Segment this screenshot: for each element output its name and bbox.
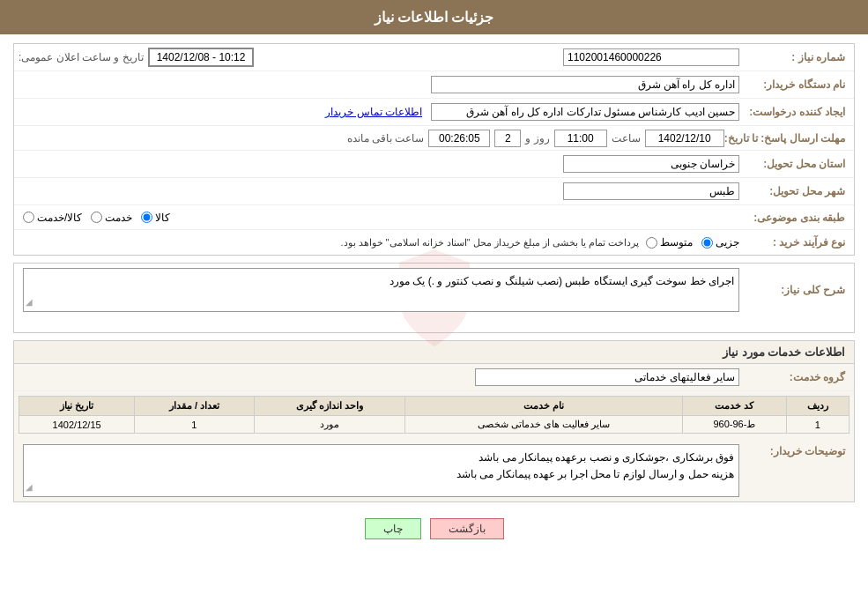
service-group-value: سایر فعالیتهای خدماتی bbox=[475, 368, 739, 386]
buyer-notes-value: فوق برشکاری ،جوشکاری و نصب برعهده پیمانک… bbox=[23, 444, 739, 497]
general-desc-label: شرح کلی نیاز: bbox=[744, 284, 849, 296]
city-value-container: طبس bbox=[19, 181, 744, 202]
category-option-service[interactable]: خدمت bbox=[91, 212, 132, 224]
row-buyer-notes: توضیحات خریدار: فوق برشکاری ،جوشکاری و ن… bbox=[14, 438, 854, 501]
row-category: طبقه بندی موضوعی: کالا/خدمت خدمت کالا bbox=[14, 205, 854, 230]
row-province: استان محل تحویل: خراسان جنوبی bbox=[14, 151, 854, 178]
city-label: شهر محل تحویل: bbox=[744, 185, 849, 197]
deadline-remain-value: 00:26:05 bbox=[428, 130, 490, 147]
process-radio-medium[interactable] bbox=[646, 237, 657, 249]
category-option-goods[interactable]: کالا bbox=[141, 212, 170, 224]
process-label-medium: متوسط bbox=[660, 236, 693, 249]
page-title: جزئیات اطلاعات نیاز bbox=[375, 10, 494, 25]
button-row: بازگشت چاپ bbox=[13, 509, 855, 548]
province-label: استان محل تحویل: bbox=[744, 158, 849, 170]
table-cell-date: 1402/12/15 bbox=[19, 416, 135, 434]
col-header-row: ردیف bbox=[786, 397, 849, 416]
need-number-label: شماره نیاز : bbox=[744, 51, 849, 63]
category-label-service: خدمت bbox=[105, 212, 132, 224]
process-option-minor[interactable]: جزیی bbox=[701, 236, 739, 249]
print-button[interactable]: چاپ bbox=[365, 518, 421, 539]
announce-date-value: 1402/12/08 - 10:12 bbox=[148, 48, 255, 67]
city-value: طبس bbox=[563, 182, 739, 200]
category-label: طبقه بندی موضوعی: bbox=[744, 212, 849, 224]
need-number-value-container: 1102001460000226 bbox=[377, 47, 745, 68]
creator-value: حسین ادیب کارشناس مسئول تدارکات اداره کل… bbox=[431, 103, 739, 121]
creator-value-container: حسین ادیب کارشناس مسئول تدارکات اداره کل… bbox=[19, 101, 744, 123]
page-header: جزئیات اطلاعات نیاز bbox=[0, 0, 868, 34]
notes-resize-handle: ◢ bbox=[26, 480, 33, 494]
deadline-days-label: روز و bbox=[525, 132, 549, 145]
back-button[interactable]: بازگشت bbox=[430, 518, 504, 539]
category-label-goods-service: کالا/خدمت bbox=[37, 212, 82, 224]
row-creator: ایجاد کننده درخواست: حسین ادیب کارشناس م… bbox=[14, 99, 854, 126]
province-value: خراسان جنوبی bbox=[563, 155, 739, 173]
general-desc-value: اجرای خط سوخت گیری ایستگاه طبس (نصب شیلن… bbox=[23, 268, 739, 312]
col-header-name: نام خدمت bbox=[405, 397, 683, 416]
category-radio-goods[interactable] bbox=[141, 212, 152, 223]
services-table: ردیف کد خدمت نام خدمت واحد اندازه گیری ت… bbox=[19, 396, 849, 434]
table-container: ردیف کد خدمت نام خدمت واحد اندازه گیری ت… bbox=[14, 391, 854, 438]
resize-handle: ◢ bbox=[26, 295, 33, 309]
table-cell-name: سایر فعالیت های خدماتی شخصی bbox=[405, 416, 683, 434]
creator-label: ایجاد کننده درخواست: bbox=[744, 106, 849, 118]
content-area: شماره نیاز : 1102001460000226 1402/12/08… bbox=[0, 34, 868, 557]
service-group-value-container: سایر فعالیتهای خدماتی bbox=[19, 367, 744, 388]
deadline-label: مهلت ارسال پاسخ: تا تاریخ: bbox=[724, 132, 849, 145]
process-label-minor: جزیی bbox=[716, 236, 739, 249]
announce-date-container: 1402/12/08 - 10:12 تاریخ و ساعت اعلان عم… bbox=[19, 48, 377, 67]
table-cell-code: ط-96-960 bbox=[683, 416, 787, 434]
col-header-unit: واحد اندازه گیری bbox=[254, 397, 405, 416]
process-radio-minor[interactable] bbox=[701, 237, 713, 249]
col-header-qty: تعداد / مقدار bbox=[135, 397, 254, 416]
process-radio-group: متوسط جزیی bbox=[646, 236, 739, 249]
announce-label: تاریخ و ساعت اعلان عمومی: bbox=[19, 51, 144, 63]
process-note: پرداخت تمام یا بخشی از مبلغ خریداز محل "… bbox=[340, 237, 639, 249]
deadline-time-label: ساعت bbox=[612, 132, 641, 145]
table-cell-row: 1 bbox=[786, 416, 849, 434]
contact-link[interactable]: اطلاعات تماس خریدار bbox=[325, 106, 422, 118]
table-cell-unit: مورد bbox=[254, 416, 405, 434]
general-desc-text: اجرای خط سوخت گیری ایستگاه طبس (نصب شیلن… bbox=[389, 275, 734, 287]
buyer-org-value: اداره کل راه آهن شرق bbox=[431, 76, 739, 93]
services-section: اطلاعات خدمات مورد نیاز گروه خدمت: سایر … bbox=[13, 340, 855, 502]
process-container: متوسط جزیی پرداخت تمام یا بخشی از مبلغ خ… bbox=[19, 234, 744, 250]
col-header-code: کد خدمت bbox=[683, 397, 787, 416]
table-row: 1ط-96-960سایر فعالیت های خدماتی شخصیمورد… bbox=[19, 416, 849, 434]
category-radio-group: کالا/خدمت خدمت کالا bbox=[19, 210, 744, 226]
buyer-notes-line2: هزینه حمل و ارسال لوازم تا محل اجرا بر ع… bbox=[28, 466, 734, 483]
deadline-time-value: 11:00 bbox=[554, 130, 607, 147]
row-city: شهر محل تحویل: طبس bbox=[14, 178, 854, 205]
row-deadline: مهلت ارسال پاسخ: تا تاریخ: 1402/12/10 سا… bbox=[14, 126, 854, 151]
row-buyer-org: نام دستگاه خریدار: اداره کل راه آهن شرق bbox=[14, 71, 854, 99]
category-radio-goods-service[interactable] bbox=[23, 212, 34, 223]
table-body: 1ط-96-960سایر فعالیت های خدماتی شخصیمورد… bbox=[19, 416, 849, 434]
category-label-goods: کالا bbox=[155, 212, 170, 224]
province-value-container: خراسان جنوبی bbox=[19, 153, 744, 175]
process-label: نوع فرآیند خرید : bbox=[744, 236, 849, 249]
category-radio-service[interactable] bbox=[91, 212, 102, 223]
row-general-desc: شرح کلی نیاز: اجرای خط سوخت گیری ایستگاه… bbox=[14, 264, 854, 316]
row-need-number: شماره نیاز : 1102001460000226 1402/12/08… bbox=[14, 44, 854, 71]
table-header-row: ردیف کد خدمت نام خدمت واحد اندازه گیری ت… bbox=[19, 397, 849, 416]
col-header-date: تاریخ نیاز bbox=[19, 397, 135, 416]
deadline-time-container: 1402/12/10 ساعت 11:00 روز و 2 00:26:05 س… bbox=[19, 130, 724, 147]
need-number-value: 1102001460000226 bbox=[563, 48, 739, 66]
general-desc-value-container: اجرای خط سوخت گیری ایستگاه طبس (نصب شیلن… bbox=[19, 266, 744, 314]
process-option-medium[interactable]: متوسط bbox=[646, 236, 693, 249]
general-desc-section: شرح کلی نیاز: اجرای خط سوخت گیری ایستگاه… bbox=[13, 263, 855, 333]
buyer-org-value-container: اداره کل راه آهن شرق bbox=[19, 74, 744, 95]
page-container: جزئیات اطلاعات نیاز شماره نیاز : 1102001… bbox=[0, 0, 868, 609]
row-service-group: گروه خدمت: سایر فعالیتهای خدماتی bbox=[14, 364, 854, 391]
buyer-notes-label: توضیحات خریدار: bbox=[744, 442, 849, 457]
main-form-section: شماره نیاز : 1102001460000226 1402/12/08… bbox=[13, 43, 855, 256]
table-cell-quantity: 1 bbox=[135, 416, 254, 434]
deadline-days-value: 2 bbox=[494, 130, 521, 147]
buyer-notes-line1: فوق برشکاری ،جوشکاری و نصب برعهده پیمانک… bbox=[28, 449, 734, 466]
category-option-goods-service[interactable]: کالا/خدمت bbox=[23, 212, 82, 224]
deadline-date-value: 1402/12/10 bbox=[645, 130, 724, 147]
buyer-org-label: نام دستگاه خریدار: bbox=[744, 78, 849, 91]
deadline-remain-label: ساعت باقی مانده bbox=[347, 132, 425, 145]
service-group-label: گروه خدمت: bbox=[744, 371, 849, 383]
buyer-notes-container: فوق برشکاری ،جوشکاری و نصب برعهده پیمانک… bbox=[19, 442, 744, 499]
